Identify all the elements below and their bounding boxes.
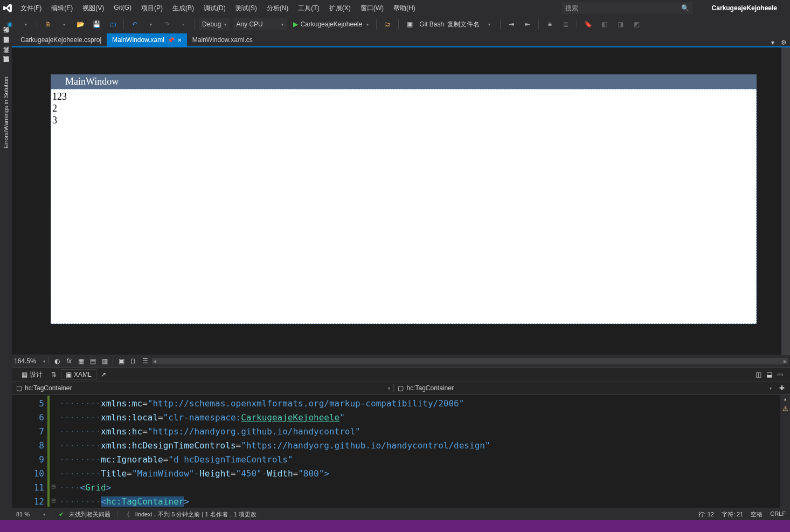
designer-vscrollbar[interactable] [781, 47, 790, 355]
undo-drop[interactable]: ▾ [144, 18, 157, 30]
preview-line-3: 3 [52, 114, 755, 126]
bc-element-icon: ▢ [397, 384, 405, 392]
split-h-button[interactable]: ◫ [753, 370, 763, 379]
rail-server-explorer[interactable]: 服务器资源管理器 [2, 45, 10, 50]
status-spaces[interactable]: 空格 [751, 510, 763, 519]
menu-build[interactable]: 生成(B) [168, 2, 198, 15]
search-input[interactable]: 搜索 🔍 [562, 2, 692, 14]
tb-extra-1[interactable]: ◧ [598, 18, 611, 30]
preview-window-body[interactable]: 123 2 3 [51, 89, 757, 324]
back-nav-drop[interactable]: ▾ [19, 18, 32, 30]
save-all-button[interactable]: 🗃 [106, 18, 119, 30]
dt-code-button[interactable]: ⟨⟩ [128, 356, 138, 366]
rail-toolbox[interactable]: 工具箱 [2, 55, 10, 59]
fold-gutter[interactable]: ⊟⊟ [50, 395, 57, 508]
tab-settings-button[interactable]: ⚙ [778, 39, 790, 46]
menu-edit[interactable]: 编辑(E) [47, 2, 77, 15]
code-zoom[interactable]: 81 % [16, 511, 38, 517]
config-select[interactable]: Debug▾ [199, 18, 230, 30]
open-button[interactable]: 📂 [74, 18, 87, 30]
blame-prev-button[interactable]: 《 [124, 510, 130, 519]
new-item-button[interactable]: 🗎 [41, 18, 54, 30]
redo-button[interactable]: ↷ [161, 18, 174, 30]
search-icon: 🔍 [681, 4, 689, 12]
rail-document-outline[interactable]: 文档大纲 [2, 36, 10, 40]
pin-icon[interactable]: 📌 [168, 37, 174, 43]
menu-git[interactable]: Git(G) [109, 2, 136, 15]
back-nav-button[interactable]: ◉ [3, 18, 16, 30]
vs-logo-icon [2, 3, 13, 13]
menu-window[interactable]: 窗口(W) [356, 2, 388, 15]
xaml-icon: ▣ [66, 371, 72, 378]
menu-debug[interactable]: 调试(D) [199, 2, 230, 15]
menu-analyze[interactable]: 分析(N) [262, 2, 293, 15]
no-issues-icon: ✔ [59, 511, 64, 518]
copy-filename-label[interactable]: 复制文件名 [447, 20, 480, 29]
menu-help[interactable]: 帮助(H) [389, 2, 420, 15]
menu-project[interactable]: 项目(P) [137, 2, 167, 15]
split-collapse-button[interactable]: ▭ [775, 370, 785, 379]
separator [194, 19, 195, 29]
menu-file[interactable]: 文件(F) [16, 2, 46, 15]
status-lineending[interactable]: CRLF [770, 510, 786, 519]
tab-mainwindow-xaml[interactable]: MainWindow.xaml 📌 ✕ [107, 33, 187, 46]
bc-add-button[interactable]: ✚ [777, 383, 787, 393]
close-icon[interactable]: ✕ [177, 37, 182, 43]
separator [500, 19, 501, 29]
dt-more-button[interactable]: ☰ [140, 356, 150, 366]
save-button[interactable]: 💾 [90, 18, 103, 30]
popout-button[interactable]: ↗ [101, 371, 106, 378]
design-tab[interactable]: ▦设计 [17, 369, 47, 381]
tb-extra-3[interactable]: ◩ [630, 18, 643, 30]
designer-hscrollbar[interactable] [152, 358, 788, 364]
code-scroll-up[interactable]: ▴ [784, 397, 786, 402]
comment-button[interactable]: ≡ [543, 18, 556, 30]
menu-test[interactable]: 测试(S) [231, 2, 261, 15]
dt-grid2-button[interactable]: ▤ [88, 356, 98, 366]
redo-drop[interactable]: ▾ [177, 18, 190, 30]
tab-mainwindow-cs[interactable]: MainWindow.xaml.cs [187, 33, 258, 46]
undo-button[interactable]: ↶ [128, 18, 141, 30]
uncomment-button[interactable]: ≣ [559, 18, 572, 30]
menu-view[interactable]: 视图(V) [78, 2, 108, 15]
new-item-drop[interactable]: ▾ [58, 18, 71, 30]
xaml-tab[interactable]: ▣XAML [61, 369, 96, 380]
dt-grid1-button[interactable]: ▦ [76, 356, 86, 366]
git-blame-label[interactable]: lindexi，不到 5 分钟之前 | 1 名作者，1 项更改 [135, 510, 257, 519]
tab-csproj[interactable]: CarkugeajeKejoheele.csproj [15, 33, 107, 46]
rail-test-explorer[interactable]: 测试资源管理器 [2, 65, 10, 69]
run-button[interactable]: ▶CarkugeajeKejoheele▾ [290, 18, 372, 30]
step-button[interactable]: ⇥ [505, 18, 518, 30]
menu-ext[interactable]: 扩展(X) [325, 2, 355, 15]
zoom-level[interactable]: 164.5% [14, 357, 41, 365]
preview-line-1: 123 [52, 91, 755, 102]
rail-errors[interactable]: Errors/Warnings in Solution [3, 74, 9, 150]
breadcrumb-left[interactable]: hc:TagContainer [25, 384, 72, 392]
status-bar [0, 520, 790, 532]
platform-select[interactable]: Any CPU▾ [233, 18, 287, 30]
dt-snap-button[interactable]: ▣ [116, 356, 126, 366]
menu-tools[interactable]: 工具(T) [294, 2, 323, 15]
copy-filename-drop[interactable]: ▾ [483, 18, 496, 30]
tab-overflow-button[interactable]: ▾ [768, 39, 778, 46]
breadcrumb-right[interactable]: hc:TagContainer [407, 384, 454, 392]
code-editor[interactable]: ········xmlns:mc="http://schemas.openxml… [57, 395, 790, 508]
step-over-button[interactable]: ⇤ [521, 18, 534, 30]
bookmark-button[interactable]: 🔖 [581, 18, 594, 30]
tb-extra-2[interactable]: ◨ [614, 18, 627, 30]
dt-fx-button[interactable]: fx [64, 356, 74, 366]
designer-preview[interactable]: MainWindow 123 2 3 [51, 74, 757, 324]
issues-label[interactable]: 未找到相关问题 [69, 510, 110, 519]
dt-grid3-button[interactable]: ▥ [100, 356, 109, 366]
line-number-gutter: 5 6 7 8 9 10 11 12 [12, 395, 47, 508]
git-bash-icon[interactable]: ▣ [403, 18, 416, 30]
warning-indicator-icon[interactable]: ⚠ [782, 405, 788, 412]
split-v-button[interactable]: ⬓ [764, 370, 774, 379]
swap-panes-button[interactable]: ⇅ [51, 371, 57, 378]
git-bash-label[interactable]: Git Bash [419, 20, 444, 28]
separator [577, 19, 577, 29]
separator [398, 19, 399, 29]
dt-effects-button[interactable]: ◐ [52, 356, 62, 366]
status-line: 行: 12 [698, 510, 714, 519]
git-changes-button[interactable]: 🗂 [381, 18, 394, 30]
